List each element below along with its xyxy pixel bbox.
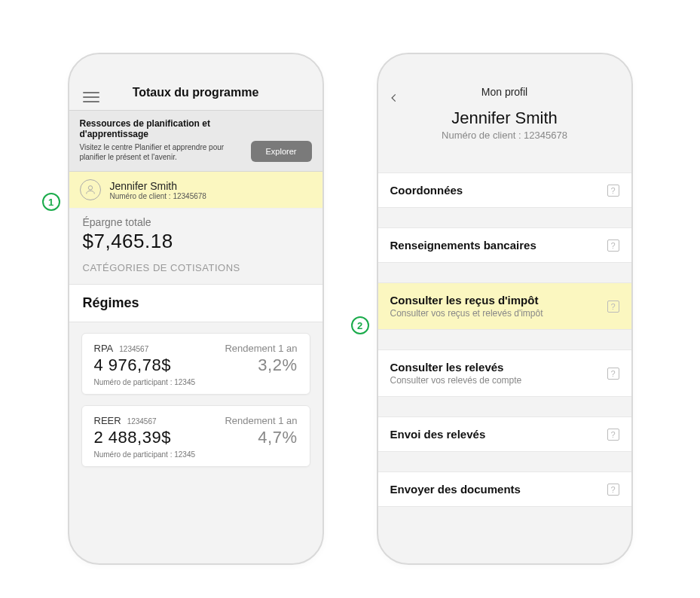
profile-row[interactable]: Renseignements bancaires ? bbox=[378, 227, 631, 263]
help-icon[interactable]: ? bbox=[607, 240, 619, 252]
help-icon[interactable]: ? bbox=[607, 429, 619, 441]
phone-side-button bbox=[631, 190, 633, 243]
row-title: Consulter les relevés bbox=[390, 361, 522, 374]
banner-subtext: Visitez le centre Planifier et apprendre… bbox=[80, 142, 243, 162]
callout-2: 2 bbox=[351, 316, 369, 334]
client-row[interactable]: Jennifer Smith Numéro de client : 123456… bbox=[69, 172, 322, 209]
explore-button[interactable]: Explorer bbox=[251, 141, 312, 162]
row-title: Consulter les reçus d'impôt bbox=[390, 294, 543, 307]
regimes-heading: Régimes bbox=[69, 284, 322, 322]
page-title: Totaux du programme bbox=[133, 86, 259, 99]
return-label: Rendement 1 an bbox=[225, 415, 297, 426]
phone-frame-left: Totaux du programme Ressources de planif… bbox=[68, 53, 324, 565]
plan-id: 1234567 bbox=[127, 417, 157, 426]
phone-right: 2 Mon profil Jennifer Smith Numéro de cl… bbox=[377, 53, 633, 565]
savings-label: Épargne totale bbox=[83, 216, 309, 228]
page-title: Mon profil bbox=[481, 86, 527, 98]
profile-row[interactable]: Consulter les relevés Consulter vos rele… bbox=[378, 349, 631, 397]
row-gap bbox=[378, 263, 631, 282]
profile-name: Jennifer Smith bbox=[378, 108, 631, 128]
row-title: Envoi des relevés bbox=[390, 428, 486, 441]
help-icon[interactable]: ? bbox=[607, 368, 619, 380]
row-subtitle: Consulter vos relevés de compte bbox=[390, 375, 522, 386]
row-gap bbox=[378, 330, 631, 349]
row-title: Envoyer des documents bbox=[390, 483, 521, 496]
row-title: Renseignements bancaires bbox=[390, 239, 536, 252]
back-icon[interactable] bbox=[389, 90, 402, 104]
profile-number: Numéro de client : 12345678 bbox=[378, 130, 631, 153]
avatar-icon bbox=[80, 179, 101, 200]
row-title: Coordonnées bbox=[390, 184, 463, 197]
row-gap bbox=[378, 153, 631, 172]
row-gap bbox=[378, 208, 631, 227]
profile-row[interactable]: Envoyer des documents ? bbox=[378, 471, 631, 507]
participant-number: Numéro de participant : 12345 bbox=[94, 450, 196, 459]
plan-card[interactable]: RPA 1234567 4 976,78$ Numéro de particip… bbox=[81, 333, 310, 395]
help-icon[interactable]: ? bbox=[607, 301, 619, 313]
plan-code: RPA bbox=[94, 343, 114, 354]
phone-side-button bbox=[322, 190, 324, 243]
client-name: Jennifer Smith bbox=[110, 180, 206, 192]
participant-number: Numéro de participant : 12345 bbox=[94, 378, 196, 386]
plan-card[interactable]: REER 1234567 2 488,39$ Numéro de partici… bbox=[81, 405, 310, 467]
categories-link[interactable]: CATÉGORIES DE COTISATIONS bbox=[69, 258, 322, 284]
app-header: Totaux du programme bbox=[69, 54, 322, 110]
savings-block: Épargne totale $7,465.18 bbox=[69, 209, 322, 258]
plan-code: REER bbox=[94, 415, 121, 426]
app-header: Mon profil bbox=[378, 54, 631, 105]
row-subtitle: Consulter vos reçus et relevés d'impôt bbox=[390, 308, 543, 319]
row-gap bbox=[378, 452, 631, 471]
hamburger-icon[interactable] bbox=[83, 92, 99, 102]
phone-frame-right: Mon profil Jennifer Smith Numéro de clie… bbox=[377, 53, 633, 565]
return-value: 3,2% bbox=[225, 355, 297, 375]
phone-left: 1 Totaux du programme Ressources de plan… bbox=[68, 53, 324, 565]
help-icon[interactable]: ? bbox=[607, 484, 619, 496]
client-number: Numéro de client : 12345678 bbox=[110, 192, 206, 200]
help-icon[interactable]: ? bbox=[607, 185, 619, 197]
callout-1: 1 bbox=[42, 193, 60, 211]
plan-amount: 2 488,39$ bbox=[94, 428, 196, 447]
banner-heading: Ressources de planification et d'apprent… bbox=[80, 118, 243, 139]
return-label: Rendement 1 an bbox=[225, 343, 297, 354]
planning-banner: Ressources de planification et d'apprent… bbox=[69, 110, 322, 172]
profile-row[interactable]: Coordonnées ? bbox=[378, 172, 631, 208]
profile-row[interactable]: Consulter les reçus d'impôt Consulter vo… bbox=[378, 282, 631, 330]
row-gap bbox=[378, 397, 631, 416]
savings-amount: $7,465.18 bbox=[83, 230, 309, 253]
svg-point-0 bbox=[88, 186, 92, 190]
plan-amount: 4 976,78$ bbox=[94, 355, 196, 375]
plan-id: 1234567 bbox=[119, 345, 148, 353]
return-value: 4,7% bbox=[225, 428, 297, 447]
profile-row[interactable]: Envoi des relevés ? bbox=[378, 416, 631, 452]
